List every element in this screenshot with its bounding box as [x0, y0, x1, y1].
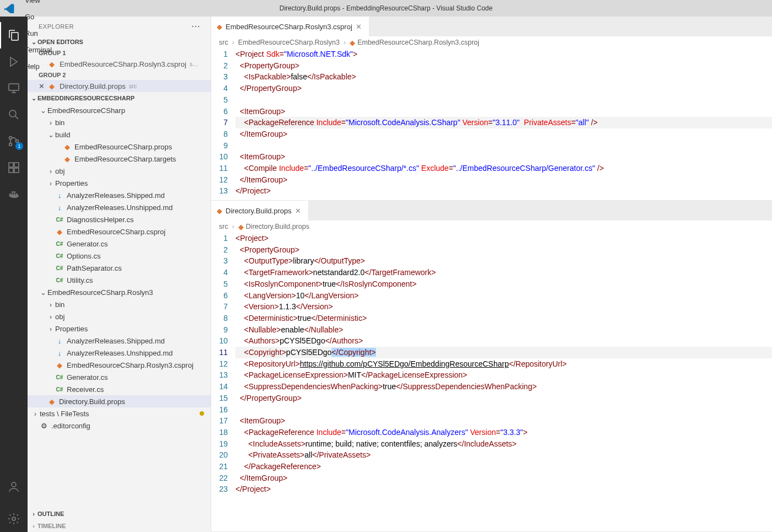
chevron-icon: ⌄ — [39, 288, 47, 297]
tree-file[interactable]: ◆EmbedResourceCSharp.csproj — [28, 225, 211, 238]
chevron-icon: ⌄ — [46, 131, 55, 139]
editor-group-1: ◆EmbedResourceCSharp.Roslyn3.csproj✕ src… — [211, 17, 772, 201]
activity-settings[interactable] — [0, 506, 28, 532]
gear-icon: ⚙ — [40, 422, 49, 430]
chevron-icon: › — [46, 313, 55, 321]
editor-area: ◆EmbedResourceCSharp.Roslyn3.csproj✕ src… — [211, 17, 772, 532]
svg-point-10 — [12, 517, 15, 520]
svg-rect-7 — [14, 168, 19, 173]
outline-header[interactable]: ›OUTLINE — [28, 508, 211, 520]
chevron-icon: › — [46, 325, 55, 333]
chevron-icon: › — [46, 119, 55, 127]
xml-file-icon: ◆ — [217, 207, 222, 215]
xml-file-icon: ◆ — [47, 82, 56, 90]
tree-file[interactable]: C#DiagnosticsHelper.cs — [28, 213, 211, 225]
svg-rect-5 — [9, 163, 13, 167]
tree-file[interactable]: ↓AnalyzerReleases.Unshipped.md — [28, 347, 211, 359]
editor-tab[interactable]: ◆Directory.Build.props✕ — [211, 201, 309, 221]
scm-badge: 1 — [15, 142, 23, 150]
xml-file-icon: ◆ — [55, 228, 64, 236]
code-editor[interactable]: 1234567891011121314151617181920212223<Pr… — [211, 233, 772, 495]
chevron-icon: ⌄ — [39, 106, 47, 115]
timeline-header[interactable]: ›TIMELINE — [28, 520, 211, 532]
window-title: Directory.Build.props - EmbeddingResourc… — [280, 4, 492, 12]
markdown-file-icon: ↓ — [55, 349, 64, 357]
tree-file[interactable]: C#Options.cs — [28, 250, 211, 262]
modified-dot-icon — [200, 411, 204, 416]
csharp-file-icon: C# — [55, 386, 64, 393]
tree-file[interactable]: ◆Directory.Build.props — [28, 395, 211, 407]
code-editor[interactable]: 12345678910111213<Project Sdk="Microsoft… — [211, 49, 772, 197]
tree-file[interactable]: ◆EmbedResourceCSharp.props — [28, 141, 211, 153]
activity-run[interactable] — [0, 49, 28, 75]
activity-scm[interactable]: 1 — [0, 128, 28, 154]
explorer-sidebar: EXPLORER⋯ ⌄OPEN EDITORS GROUP 1 ◆ EmbedR… — [28, 17, 211, 532]
xml-file-icon: ◆ — [350, 39, 355, 47]
close-icon[interactable]: ✕ — [356, 23, 363, 31]
xml-file-icon: ◆ — [63, 143, 72, 151]
csharp-file-icon: C# — [55, 253, 64, 259]
tree-folder[interactable]: ⌄EmbedResourceCSharp.Roslyn3 — [28, 286, 211, 298]
close-icon[interactable]: ✕ — [39, 82, 47, 90]
tree-file[interactable]: C#Generator.cs — [28, 371, 211, 383]
csharp-file-icon: C# — [55, 217, 64, 223]
activity-explorer[interactable] — [0, 22, 28, 49]
menu-view[interactable]: View — [20, 0, 59, 8]
activity-account[interactable] — [0, 474, 28, 500]
tree-folder[interactable]: ›tests \ FileTests — [28, 407, 211, 420]
tree-folder[interactable]: ›bin — [28, 298, 211, 310]
project-header[interactable]: ⌄EMBEDDINGRESOURCECSHARP — [28, 92, 211, 104]
tree-file[interactable]: ◆EmbedResourceCSharp.Roslyn3.csproj — [28, 359, 211, 371]
tree-file[interactable]: ↓AnalyzerReleases.Unshipped.md — [28, 201, 211, 213]
tree-file[interactable]: ↓AnalyzerReleases.Shipped.md — [28, 335, 211, 347]
chevron-icon: › — [46, 167, 55, 175]
markdown-file-icon: ↓ — [55, 191, 64, 200]
activity-docker[interactable] — [0, 181, 28, 207]
tree-file[interactable]: ⚙.editorconfig — [28, 420, 211, 432]
breadcrumbs[interactable]: src› ◆ Directory.Build.props — [211, 221, 772, 233]
xml-file-icon: ◆ — [47, 397, 56, 406]
tree-folder[interactable]: ⌄build — [28, 128, 211, 141]
xml-file-icon: ◆ — [55, 361, 64, 369]
tree-file[interactable]: C#Utility.cs — [28, 274, 211, 286]
tree-folder[interactable]: ›obj — [28, 310, 211, 323]
chevron-icon: › — [46, 179, 55, 187]
menu-bar: FileEditSelectionViewGoRunTerminalHelp D… — [0, 0, 772, 17]
xml-file-icon: ◆ — [217, 23, 222, 31]
tree-folder[interactable]: ›obj — [28, 165, 211, 177]
tree-file[interactable]: C#PathSeparator.cs — [28, 262, 211, 274]
csharp-file-icon: C# — [55, 265, 64, 271]
tree-file[interactable]: ◆EmbedResourceCSharp.targets — [28, 153, 211, 165]
csharp-file-icon: C# — [55, 241, 64, 247]
svg-point-1 — [9, 110, 16, 117]
open-editor-item[interactable]: ✕ ◆ Directory.Build.props src — [28, 80, 211, 92]
breadcrumbs[interactable]: src› EmbedResourceCSharp.Roslyn3› ◆ Embe… — [211, 36, 772, 49]
chevron-icon: › — [31, 410, 40, 418]
tree-file[interactable]: C#Generator.cs — [28, 238, 211, 250]
markdown-file-icon: ↓ — [55, 203, 64, 212]
tree-file[interactable]: ↓AnalyzerReleases.Shipped.md — [28, 189, 211, 201]
file-tree: ⌄EmbedResourceCSharp›bin⌄build◆EmbedReso… — [28, 104, 211, 508]
tree-folder[interactable]: ⌄EmbedResourceCSharp — [28, 104, 211, 116]
tree-folder[interactable]: ›bin — [28, 116, 211, 128]
activity-search[interactable] — [0, 101, 28, 128]
editor-tab[interactable]: ◆EmbedResourceCSharp.Roslyn3.csproj✕ — [211, 17, 369, 36]
csharp-file-icon: C# — [55, 277, 64, 283]
tree-file[interactable]: C#Receiver.cs — [28, 383, 211, 395]
csharp-file-icon: C# — [55, 374, 64, 380]
activity-extensions[interactable] — [0, 154, 28, 181]
tree-folder[interactable]: ›Properties — [28, 177, 211, 189]
svg-rect-0 — [9, 84, 19, 90]
svg-point-2 — [9, 137, 12, 139]
xml-file-icon: ◆ — [63, 155, 72, 163]
close-icon[interactable]: ✕ — [295, 207, 303, 215]
svg-point-3 — [9, 143, 12, 146]
editor-group-2: ◆Directory.Build.props✕ src› ◆ Directory… — [211, 201, 772, 532]
activity-remote[interactable] — [0, 75, 28, 101]
sidebar-more-icon[interactable]: ⋯ — [191, 21, 201, 31]
vscode-logo-icon — [4, 3, 14, 13]
markdown-file-icon: ↓ — [55, 337, 64, 345]
activity-bar: 1 — [0, 17, 28, 532]
svg-rect-8 — [14, 163, 19, 167]
tree-folder[interactable]: ›Properties — [28, 323, 211, 335]
